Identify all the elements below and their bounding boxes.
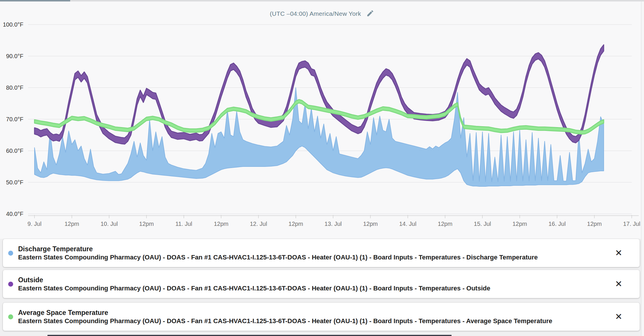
legend-card-average-space-temperature: Average Space Temperature Eastern States…: [3, 303, 640, 331]
svg-text:60.0°F: 60.0°F: [6, 148, 23, 154]
svg-text:12. Jul: 12. Jul: [250, 221, 267, 227]
svg-text:15. Jul: 15. Jul: [474, 221, 491, 227]
legend-subtitle: Eastern States Compounding Pharmacy (OAU…: [18, 285, 605, 292]
svg-text:12pm: 12pm: [587, 221, 602, 227]
svg-text:14. Jul: 14. Jul: [399, 221, 416, 227]
close-icon[interactable]: ✕: [614, 278, 624, 290]
vertical-scrollbar[interactable]: [641, 1, 644, 336]
svg-text:100.0°F: 100.0°F: [3, 21, 23, 28]
svg-text:40.0°F: 40.0°F: [6, 211, 23, 217]
svg-text:11. Jul: 11. Jul: [175, 221, 192, 227]
svg-text:10. Jul: 10. Jul: [101, 221, 118, 227]
svg-text:12pm: 12pm: [512, 221, 527, 227]
svg-text:12pm: 12pm: [214, 221, 228, 227]
svg-text:50.0°F: 50.0°F: [6, 179, 23, 186]
legend-card-outside: Outside Eastern States Compounding Pharm…: [3, 270, 640, 298]
series-dot-average-space: [8, 314, 13, 319]
legend-title: Outside: [18, 276, 605, 284]
timezone-header: (UTC –04:00) America/New York: [0, 8, 644, 19]
svg-text:90.0°F: 90.0°F: [6, 53, 23, 59]
horizontal-scrollbar-thumb[interactable]: [47, 335, 452, 336]
legend-text: Outside Eastern States Compounding Pharm…: [18, 270, 605, 298]
close-icon[interactable]: ✕: [614, 311, 624, 322]
legend-title: Average Space Temperature: [18, 309, 605, 316]
svg-text:70.0°F: 70.0°F: [6, 116, 23, 122]
svg-text:12pm: 12pm: [65, 221, 79, 227]
svg-text:12pm: 12pm: [363, 221, 378, 227]
legend-text: Average Space Temperature Eastern States…: [18, 303, 605, 331]
svg-text:12pm: 12pm: [139, 221, 154, 227]
legend-title: Discharge Temperature: [18, 245, 605, 253]
legend-subtitle: Eastern States Compounding Pharmacy (OAU…: [18, 317, 605, 325]
series-dot-discharge: [8, 251, 13, 256]
pencil-icon[interactable]: [366, 9, 374, 18]
timezone-label: (UTC –04:00) America/New York: [270, 10, 361, 17]
top-progress-strip: [0, 0, 70, 1]
svg-text:80.0°F: 80.0°F: [6, 84, 23, 91]
legend-subtitle: Eastern States Compounding Pharmacy (OAU…: [18, 254, 605, 261]
temperature-chart: 100.0°F90.0°F80.0°F70.0°F60.0°F50.0°F40.…: [0, 1, 644, 239]
chart-panel: 100.0°F90.0°F80.0°F70.0°F60.0°F50.0°F40.…: [0, 1, 644, 239]
svg-text:12pm: 12pm: [438, 221, 453, 227]
close-icon[interactable]: ✕: [614, 247, 624, 259]
svg-text:9. Jul: 9. Jul: [27, 221, 42, 227]
svg-text:17. Jul: 17. Jul: [623, 221, 640, 227]
legend-text: Discharge Temperature Eastern States Com…: [18, 239, 605, 267]
top-border-strip: [0, 0, 644, 1]
legend-card-discharge-temperature: Discharge Temperature Eastern States Com…: [3, 239, 640, 267]
series-dot-outside: [8, 282, 13, 287]
svg-text:13. Jul: 13. Jul: [324, 221, 342, 227]
svg-text:12pm: 12pm: [289, 221, 303, 227]
svg-text:16. Jul: 16. Jul: [548, 221, 566, 227]
